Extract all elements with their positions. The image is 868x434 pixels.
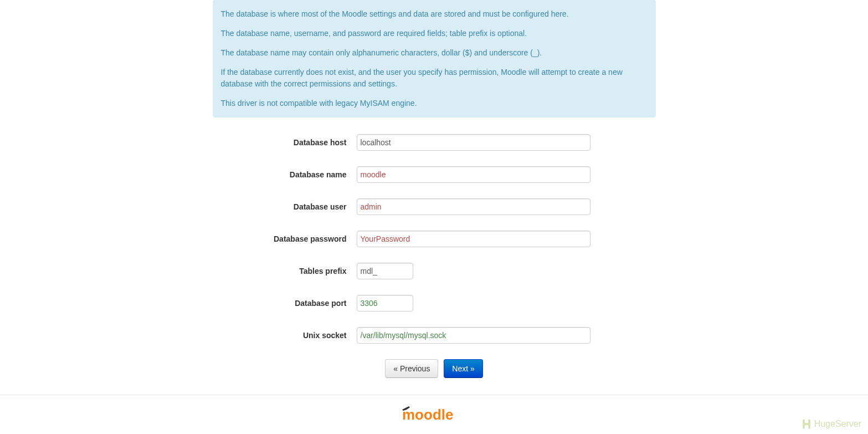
- input-dbport[interactable]: [357, 295, 413, 312]
- input-dbname[interactable]: [357, 166, 590, 183]
- label-dbport: Database port: [213, 299, 357, 308]
- next-button[interactable]: Next »: [444, 359, 482, 378]
- svg-text:moodle: moodle: [402, 406, 453, 422]
- label-dbpass: Database password: [213, 234, 357, 243]
- info-text-1: The database is where most of the Moodle…: [221, 8, 648, 20]
- input-dbuser[interactable]: [357, 198, 590, 215]
- input-dbhost[interactable]: [357, 134, 590, 151]
- label-dbname: Database name: [213, 170, 357, 179]
- hugeserver-badge: HugeServer: [801, 418, 861, 430]
- info-text-2: The database name, username, and passwor…: [221, 28, 648, 39]
- input-dbsocket[interactable]: [357, 327, 590, 344]
- field-dbport: Database port: [213, 295, 656, 312]
- label-dbhost: Database host: [213, 138, 357, 147]
- info-box: The database is where most of the Moodle…: [213, 0, 656, 118]
- input-dbpass[interactable]: [357, 231, 590, 247]
- field-dbsocket: Unix socket: [213, 327, 656, 344]
- field-dbhost: Database host: [213, 134, 656, 151]
- footer: moodle: [0, 395, 868, 434]
- field-dbuser: Database user: [213, 198, 656, 215]
- info-text-4: If the database currently does not exist…: [221, 67, 648, 90]
- field-dbpass: Database password: [213, 231, 656, 247]
- field-prefix: Tables prefix: [213, 263, 656, 279]
- input-prefix[interactable]: [357, 263, 413, 279]
- label-dbuser: Database user: [213, 202, 357, 211]
- field-dbname: Database name: [213, 166, 656, 183]
- info-text-3: The database name may contain only alpha…: [221, 47, 648, 59]
- label-prefix: Tables prefix: [213, 267, 357, 275]
- button-row: « Previous Next »: [213, 359, 656, 378]
- hugeserver-text: HugeServer: [814, 419, 861, 429]
- previous-button[interactable]: « Previous: [385, 359, 438, 378]
- moodle-logo: moodle: [402, 406, 466, 423]
- label-dbsocket: Unix socket: [213, 331, 357, 340]
- hugeserver-icon: [801, 418, 812, 430]
- info-text-5: This driver is not compatible with legac…: [221, 98, 648, 109]
